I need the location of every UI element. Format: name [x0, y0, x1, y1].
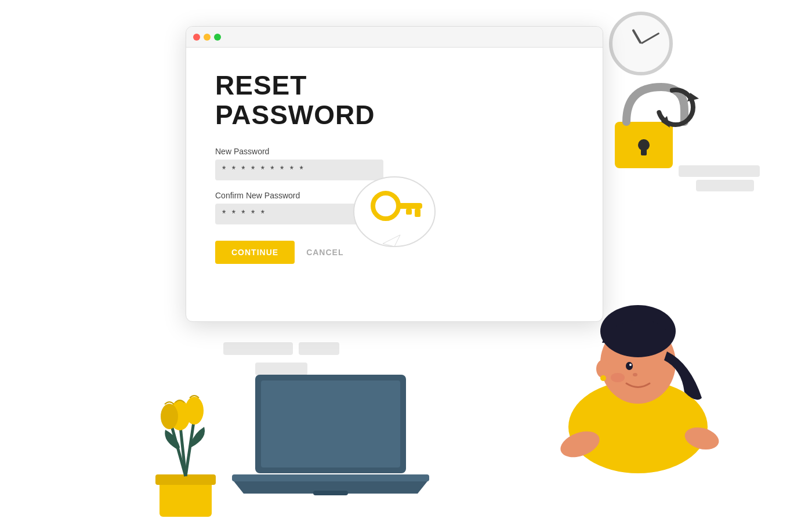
scene: RESET PASSWORD New Password Confirm New … [0, 0, 812, 522]
laptop-illustration [220, 369, 441, 522]
cancel-button[interactable]: CANCEL [306, 248, 343, 257]
new-password-label: New Password [215, 147, 574, 156]
svg-rect-9 [396, 203, 422, 209]
person-illustration [510, 230, 754, 522]
svg-point-18 [626, 362, 633, 370]
svg-rect-10 [415, 209, 420, 217]
svg-rect-2 [641, 145, 647, 155]
padlock-icon [586, 70, 702, 188]
dot-green [214, 34, 221, 41]
svg-point-23 [611, 373, 625, 382]
svg-rect-25 [261, 380, 400, 467]
dot-red [193, 34, 200, 41]
svg-point-22 [600, 375, 606, 381]
svg-rect-27 [313, 491, 348, 495]
svg-line-31 [186, 418, 194, 476]
tulips-illustration [128, 317, 244, 522]
svg-rect-11 [406, 209, 412, 215]
bg-decoration-5 [696, 180, 754, 191]
dot-yellow [204, 34, 211, 41]
continue-button[interactable]: CONTINUE [215, 241, 295, 264]
key-bubble [348, 174, 441, 258]
bg-decoration-2 [299, 342, 339, 355]
svg-point-34 [185, 397, 204, 425]
clock-icon [609, 12, 673, 75]
svg-point-19 [629, 364, 632, 366]
browser-titlebar [186, 27, 603, 48]
page-title: RESET PASSWORD [215, 71, 574, 129]
svg-rect-26 [232, 474, 429, 481]
svg-point-35 [161, 404, 178, 429]
svg-point-20 [633, 373, 637, 376]
